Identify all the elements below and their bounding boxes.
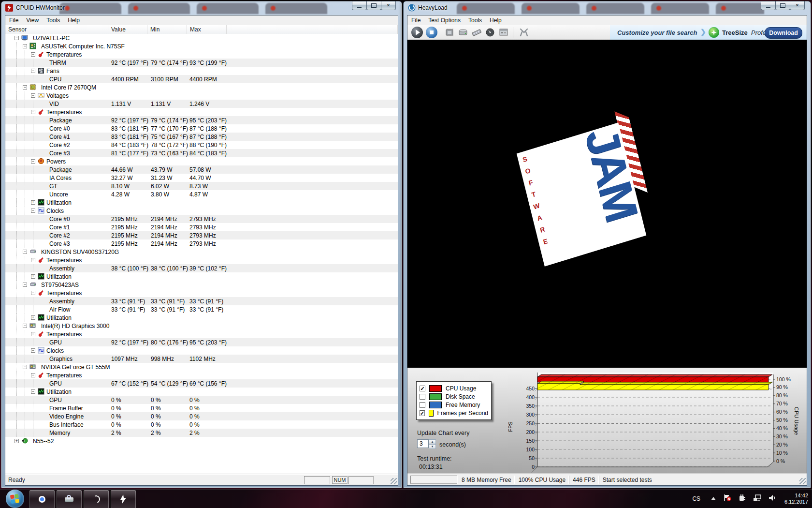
sensor-row[interactable]: −UZIVATEL-PC — [5, 34, 398, 42]
sensor-row[interactable]: Video Engine0 %0 %0 % — [5, 412, 398, 420]
taskbar-chrome-button[interactable] — [29, 490, 55, 508]
tree-expand-toggle[interactable]: + — [31, 200, 35, 205]
sensor-row[interactable]: CPU4400 RPM3100 RPM4400 RPM — [5, 75, 398, 83]
window-test-icon[interactable] — [498, 28, 509, 37]
action-center-flag-icon[interactable] — [723, 494, 732, 504]
stepper-up-button[interactable]: ▲ — [429, 439, 436, 444]
sensor-row[interactable]: Assembly33 °C (91 °F)33 °C (91 °F)33 °C … — [5, 297, 398, 305]
legend-checkbox-free-memory[interactable] — [420, 402, 425, 408]
sensor-row[interactable]: −NVIDIA GeForce GT 555M — [5, 363, 398, 371]
menu-test-options[interactable]: Test Options — [424, 15, 464, 25]
sensor-row[interactable]: IA Cores32.27 W31.23 W44.70 W — [5, 174, 398, 182]
sensor-row[interactable]: Core #02195 MHz2194 MHz2793 MHz — [5, 215, 398, 223]
sensor-row[interactable]: −Temperatures — [5, 330, 398, 338]
volume-icon[interactable] — [768, 494, 776, 504]
sensor-row[interactable]: −Fans — [5, 67, 398, 75]
clock[interactable]: 14:42 6.12.2017 — [784, 493, 808, 505]
sensor-row[interactable]: +Utilization — [5, 314, 398, 322]
close-button[interactable]: ✕ — [790, 1, 805, 10]
hwmonitor-titlebar[interactable]: CPUID HWMonitor ✕ — [1, 1, 402, 15]
sensor-row[interactable]: GT8.10 W6.02 W8.73 W — [5, 182, 398, 190]
sensor-row[interactable]: THRM92 °C (197 °F)79 °C (174 °F)93 °C (1… — [5, 59, 398, 67]
menu-tools[interactable]: Tools — [464, 15, 486, 25]
column-header-value[interactable]: Value — [108, 25, 147, 34]
tree-expand-toggle[interactable]: − — [23, 44, 27, 48]
cpu-test-icon[interactable] — [444, 28, 455, 37]
column-header-sensor[interactable]: Sensor — [5, 25, 108, 34]
sensor-row[interactable]: Memory2 %2 %2 % — [5, 429, 398, 437]
menu-help[interactable]: Help — [486, 15, 506, 25]
menu-file[interactable]: File — [5, 15, 22, 25]
sensor-row[interactable]: −ASUSTeK Computer Inc. N75SF — [5, 42, 398, 50]
tree-expand-toggle[interactable]: − — [23, 365, 27, 369]
start-test-button[interactable] — [411, 27, 423, 38]
memory-test-icon[interactable] — [471, 28, 482, 37]
maximize-button[interactable] — [366, 1, 381, 10]
sensor-row[interactable]: −Clocks — [5, 346, 398, 355]
update-interval-value[interactable]: 3 — [417, 439, 429, 448]
tree-expand-toggle[interactable]: − — [31, 159, 35, 164]
gauge-test-icon[interactable] — [485, 28, 495, 37]
sensor-row[interactable]: −Temperatures — [5, 371, 398, 379]
disk-test-icon[interactable] — [458, 28, 468, 37]
heavyload-titlebar[interactable]: HeavyLoad ✕ — [404, 1, 811, 15]
sensor-row[interactable]: Assembly38 °C (100 °F)38 °C (100 °F)39 °… — [5, 264, 398, 272]
close-button[interactable]: ✕ — [381, 1, 396, 10]
menu-help[interactable]: Help — [64, 15, 84, 25]
tree-expand-toggle[interactable]: + — [31, 315, 35, 320]
menu-file[interactable]: File — [407, 15, 424, 25]
sensor-row[interactable]: −Clocks — [5, 207, 398, 215]
maximize-button[interactable] — [775, 1, 790, 10]
sensor-row[interactable]: Core #083 °C (181 °F)77 °C (170 °F)87 °C… — [5, 124, 398, 133]
sensor-tree[interactable]: −UZIVATEL-PC−ASUSTeK Computer Inc. N75SF… — [5, 34, 398, 475]
sensor-row[interactable]: Package92 °C (197 °F)79 °C (174 °F)95 °C… — [5, 116, 398, 124]
tree-expand-toggle[interactable]: − — [31, 389, 35, 394]
tree-expand-toggle[interactable]: − — [23, 283, 27, 287]
tree-expand-toggle[interactable]: − — [14, 36, 19, 40]
legend-checkbox-disk-space[interactable] — [420, 394, 425, 400]
sensor-row[interactable]: −ST9750423AS — [5, 281, 398, 289]
sensor-row[interactable]: VID1.131 V1.131 V1.246 V — [5, 100, 398, 108]
legend-checkbox-cpu-usage[interactable]: ✓ — [420, 386, 425, 391]
taskbar-treesize-button[interactable] — [56, 490, 82, 508]
sensor-row[interactable]: −Temperatures — [5, 256, 398, 264]
sensor-row[interactable]: −Powers — [5, 157, 398, 165]
sensor-row[interactable]: Core #284 °C (183 °F)78 °C (172 °F)88 °C… — [5, 141, 398, 149]
stepper-down-button[interactable]: ▼ — [429, 444, 436, 449]
tree-expand-toggle[interactable]: − — [31, 291, 35, 295]
tree-expand-toggle[interactable]: − — [23, 250, 27, 254]
column-header-blank[interactable] — [227, 25, 398, 34]
sensor-row[interactable]: −Temperatures — [5, 50, 398, 59]
show-hidden-icons-button[interactable] — [710, 494, 716, 503]
update-interval-stepper[interactable]: 3 ▲▼ — [417, 439, 436, 448]
sensor-row[interactable]: −Intel(R) HD Graphics 3000 — [5, 322, 398, 330]
menu-view[interactable]: View — [22, 15, 43, 25]
minimize-button[interactable] — [352, 1, 367, 10]
tree-expand-toggle[interactable]: − — [31, 93, 35, 98]
minimize-button[interactable] — [761, 1, 776, 10]
download-button[interactable]: Download — [765, 27, 802, 39]
tree-expand-toggle[interactable]: − — [23, 324, 27, 328]
power-plug-icon[interactable] — [739, 494, 746, 504]
sensor-row[interactable]: −Voltages — [5, 91, 398, 100]
menu-tools[interactable]: Tools — [43, 15, 64, 25]
tree-expand-toggle[interactable]: − — [23, 85, 27, 90]
start-button[interactable] — [6, 490, 24, 508]
tree-expand-toggle[interactable]: − — [31, 258, 35, 262]
taskbar-hwmonitor-button[interactable] — [110, 490, 136, 508]
taskbar-heavyload-button[interactable] — [83, 490, 109, 508]
sensor-row[interactable]: GPU92 °C (197 °F)80 °C (176 °F)95 °C (20… — [5, 338, 398, 346]
sensor-row[interactable]: −KINGSTON SUV400S37120G — [5, 248, 398, 256]
sensor-row[interactable]: GPU0 %0 %0 % — [5, 396, 398, 404]
column-header-max[interactable]: Max — [187, 25, 227, 34]
sensor-row[interactable]: +N55--52 — [5, 437, 398, 445]
sensor-row[interactable]: GPU67 °C (152 °F)54 °C (129 °F)69 °C (15… — [5, 379, 398, 388]
tree-expand-toggle[interactable]: − — [31, 332, 35, 336]
tree-expand-toggle[interactable]: − — [31, 373, 35, 377]
sensor-row[interactable]: −Intel Core i7 2670QM — [5, 83, 398, 91]
tree-expand-toggle[interactable]: − — [31, 348, 35, 353]
sensor-row[interactable]: Package44.66 W43.79 W57.08 W — [5, 165, 398, 174]
column-header-min[interactable]: Min — [147, 25, 187, 34]
sensor-row[interactable]: Uncore4.28 W3.80 W4.87 W — [5, 190, 398, 198]
tree-expand-toggle[interactable]: + — [31, 274, 35, 279]
